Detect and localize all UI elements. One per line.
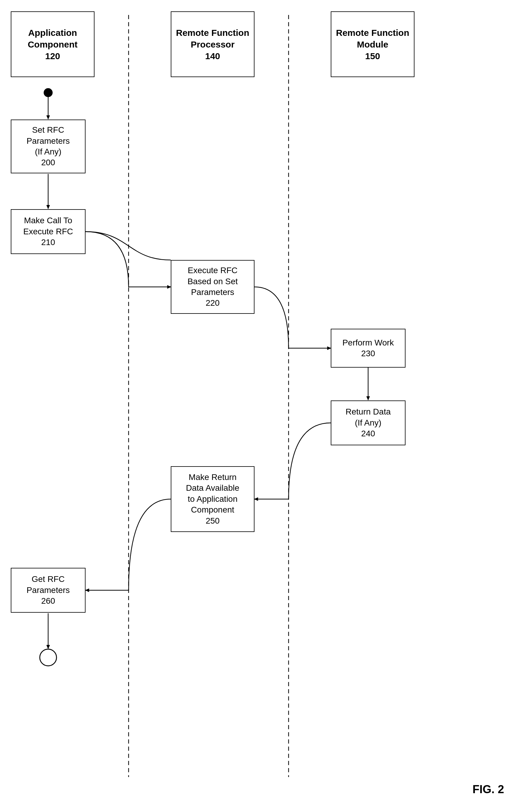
- header-remote-processor: Remote Function Processor 140: [171, 11, 254, 77]
- box-get-rfc-params: Get RFC Parameters 260: [11, 568, 85, 613]
- svg-marker-10: [366, 396, 370, 401]
- box-make-return-available-label: Make Return Data Available to Applicatio…: [186, 472, 239, 526]
- svg-marker-14: [46, 645, 50, 649]
- box-perform-work: Perform Work 230: [331, 329, 406, 367]
- box-return-data-label: Return Data (If Any) 240: [346, 406, 391, 439]
- box-return-data: Return Data (If Any) 240: [331, 401, 406, 445]
- box-make-return-available: Make Return Data Available to Applicatio…: [171, 466, 254, 532]
- box-make-call-execute-label: Make Call To Execute RFC 210: [23, 215, 73, 248]
- svg-marker-11: [254, 497, 258, 501]
- header-remote-module: Remote Function Module 150: [331, 11, 415, 77]
- figure-label: FIG. 2: [473, 783, 504, 796]
- diagram-container: Application Component 120 Remote Functio…: [0, 0, 532, 812]
- box-execute-rfc: Execute RFC Based on Set Parameters 220: [171, 260, 254, 314]
- svg-marker-4: [46, 115, 50, 119]
- box-execute-rfc-label: Execute RFC Based on Set Parameters 220: [187, 265, 238, 309]
- svg-point-2: [44, 88, 52, 97]
- header-app-component-label: Application Component 120: [28, 27, 78, 62]
- header-remote-processor-label: Remote Function Processor 140: [176, 27, 249, 62]
- svg-marker-6: [46, 205, 50, 209]
- box-set-rfc-params-label: Set RFC Parameters (If Any) 200: [27, 125, 70, 168]
- svg-point-15: [40, 649, 57, 666]
- box-make-call-execute: Make Call To Execute RFC 210: [11, 209, 85, 254]
- box-get-rfc-params-label: Get RFC Parameters 260: [27, 574, 70, 606]
- box-perform-work-label: Perform Work 230: [342, 337, 394, 359]
- header-remote-module-label: Remote Function Module 150: [336, 27, 409, 62]
- box-set-rfc-params: Set RFC Parameters (If Any) 200: [11, 119, 85, 173]
- header-app-component: Application Component 120: [11, 11, 95, 77]
- svg-marker-12: [85, 589, 89, 592]
